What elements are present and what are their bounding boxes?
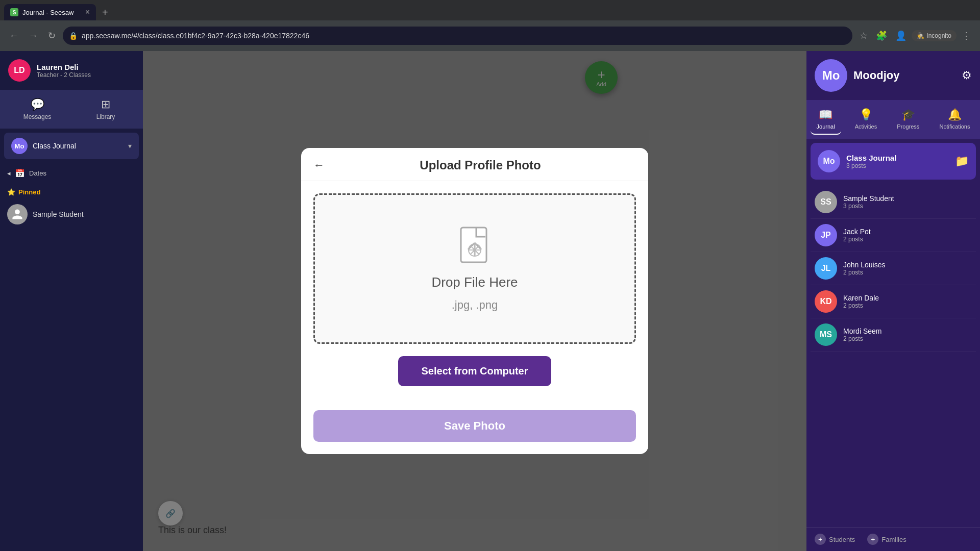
back-button[interactable]: ← bbox=[6, 28, 21, 44]
select-from-computer-button[interactable]: Select from Computer bbox=[398, 356, 551, 386]
tab-favicon: S bbox=[10, 8, 18, 16]
student-entry-posts: 2 posts bbox=[843, 335, 972, 342]
modal-header: ← Upload Profile Photo bbox=[301, 148, 648, 181]
journal-class-item[interactable]: Mo Class Journal 3 posts 📁 bbox=[811, 143, 976, 180]
forward-button[interactable]: → bbox=[26, 28, 41, 44]
close-tab-icon[interactable]: × bbox=[85, 8, 90, 17]
student-entry-name: Karen Dale bbox=[843, 294, 972, 302]
student-entry-avatar: MS bbox=[815, 323, 837, 346]
journal-class-title: Class Journal bbox=[846, 154, 949, 162]
list-item[interactable]: Sample Student bbox=[7, 201, 136, 228]
save-photo-button[interactable]: Save Photo bbox=[313, 410, 636, 442]
user-initial: Mo bbox=[822, 68, 840, 83]
user-avatar[interactable]: Mo bbox=[815, 59, 847, 92]
chevron-down-icon: ▾ bbox=[128, 142, 132, 150]
incognito-badge: 🕵 Incognito bbox=[912, 30, 957, 41]
drop-zone[interactable]: Drop File Here .jpg, .png bbox=[313, 193, 636, 344]
browser-tabs: S Journal - Seesaw × + bbox=[0, 0, 980, 20]
student-avatar-placeholder bbox=[7, 204, 28, 224]
student-entry-info: Sample Student 3 posts bbox=[843, 194, 972, 210]
families-button[interactable]: + Families bbox=[867, 534, 906, 545]
new-tab-button[interactable]: + bbox=[98, 5, 112, 20]
profile-icon[interactable]: 👤 bbox=[892, 27, 910, 44]
star-pinned-icon: ⭐ bbox=[7, 188, 15, 196]
student-entry-info: Karen Dale 2 posts bbox=[843, 294, 972, 309]
refresh-button[interactable]: ↻ bbox=[45, 27, 59, 44]
student-entry-avatar: JP bbox=[815, 224, 837, 246]
modal-title: Upload Profile Photo bbox=[325, 158, 636, 172]
library-icon: ⊞ bbox=[101, 98, 110, 111]
student-entry-name: John Louises bbox=[843, 261, 972, 269]
lock-icon: 🔒 bbox=[69, 32, 78, 40]
star-icon[interactable]: ☆ bbox=[856, 27, 871, 44]
student-entry-name: Jack Pot bbox=[843, 228, 972, 236]
progress-icon: 🎓 bbox=[901, 108, 915, 121]
families-label: Families bbox=[881, 536, 906, 543]
student-entry-name: Sample Student bbox=[843, 194, 972, 203]
student-entry-avatar: KD bbox=[815, 290, 837, 313]
nav-item-messages[interactable]: 💬 Messages bbox=[4, 94, 70, 124]
right-nav: 📖 Journal 💡 Activities 🎓 Progress 🔔 Noti… bbox=[806, 100, 980, 139]
progress-nav-label: Progress bbox=[897, 123, 919, 130]
drop-formats: .jpg, .png bbox=[452, 298, 498, 312]
student-entry-info: John Louises 2 posts bbox=[843, 261, 972, 276]
right-nav-journal[interactable]: 📖 Journal bbox=[811, 104, 841, 135]
add-students-icon: + bbox=[815, 534, 826, 545]
date-filter-label: Dates bbox=[29, 169, 46, 177]
class-avatar: Mo bbox=[11, 138, 28, 154]
bottom-bar: + Students + Families bbox=[806, 527, 980, 551]
pinned-section: ⭐ Pinned Sample Student bbox=[0, 183, 143, 233]
nav-item-library[interactable]: ⊞ Library bbox=[72, 94, 139, 124]
journal-class-initials: Mo bbox=[823, 157, 835, 166]
class-selector[interactable]: Mo Class Journal ▾ bbox=[4, 133, 139, 159]
teacher-initials: LD bbox=[14, 66, 24, 75]
extensions-icon[interactable]: 🧩 bbox=[873, 27, 890, 44]
main-content: This is our class! 🔗 + Add ← Upload Prof… bbox=[143, 51, 806, 551]
modal-body: Drop File Here .jpg, .png Select from Co… bbox=[301, 181, 648, 454]
journal-icon: 📖 bbox=[819, 108, 832, 121]
user-name: Moodjoy bbox=[853, 69, 899, 82]
tab-title: Journal - Seesaw bbox=[22, 9, 74, 16]
calendar-icon: 📅 bbox=[15, 168, 25, 178]
class-name: Class Journal bbox=[33, 142, 123, 150]
activities-icon: 💡 bbox=[859, 108, 873, 121]
library-label: Library bbox=[96, 113, 115, 120]
students-label: Students bbox=[829, 536, 855, 543]
list-item[interactable]: SS Sample Student 3 posts bbox=[811, 186, 976, 219]
right-nav-progress[interactable]: 🎓 Progress bbox=[891, 104, 925, 135]
top-nav: 💬 Messages ⊞ Library bbox=[0, 90, 143, 129]
class-initials: Mo bbox=[15, 142, 24, 150]
list-item[interactable]: JL John Louises 2 posts bbox=[811, 252, 976, 285]
right-panel-header: Mo Moodjoy ⚙ bbox=[806, 51, 980, 100]
student-list: SS Sample Student 3 posts JP Jack Pot 2 … bbox=[806, 184, 980, 527]
modal-overlay: ← Upload Profile Photo bbox=[143, 51, 806, 551]
students-button[interactable]: + Students bbox=[815, 534, 855, 545]
teacher-name: Lauren Deli bbox=[37, 63, 91, 71]
modal-back-button[interactable]: ← bbox=[313, 159, 325, 172]
sidebar: LD Lauren Deli Teacher - 2 Classes 💬 Mes… bbox=[0, 51, 143, 551]
gear-icon[interactable]: ⚙ bbox=[962, 69, 972, 82]
add-families-icon: + bbox=[867, 534, 878, 545]
address-bar[interactable]: 🔒 app.seesaw.me/#/class/class.e01bf4c2-9… bbox=[63, 27, 852, 45]
date-filter[interactable]: ◂ 📅 Dates bbox=[0, 163, 143, 183]
url-text: app.seesaw.me/#/class/class.e01bf4c2-9a2… bbox=[82, 32, 846, 40]
list-item[interactable]: JP Jack Pot 2 posts bbox=[811, 219, 976, 252]
student-entry-info: Jack Pot 2 posts bbox=[843, 228, 972, 243]
journal-class-info: Class Journal 3 posts bbox=[846, 154, 949, 169]
right-panel: Mo Moodjoy ⚙ 📖 Journal 💡 Activities 🎓 Pr… bbox=[806, 51, 980, 551]
list-item[interactable]: MS Mordi Seem 2 posts bbox=[811, 318, 976, 352]
browser-nav-bar: ← → ↻ 🔒 app.seesaw.me/#/class/class.e01b… bbox=[0, 20, 980, 51]
student-entry-info: Mordi Seem 2 posts bbox=[843, 327, 972, 342]
list-item[interactable]: KD Karen Dale 2 posts bbox=[811, 285, 976, 318]
menu-icon[interactable]: ⋮ bbox=[959, 27, 974, 44]
right-nav-activities[interactable]: 💡 Activities bbox=[849, 104, 883, 135]
pinned-label: ⭐ Pinned bbox=[7, 188, 136, 196]
student-entry-avatar: JL bbox=[815, 257, 837, 280]
active-tab[interactable]: S Journal - Seesaw × bbox=[4, 4, 96, 20]
notifications-icon: 🔔 bbox=[948, 108, 962, 121]
right-nav-notifications[interactable]: 🔔 Notifications bbox=[934, 104, 976, 135]
nav-icons: ☆ 🧩 👤 🕵 Incognito ⋮ bbox=[856, 27, 974, 44]
student-entry-avatar: SS bbox=[815, 191, 837, 213]
student-entry-posts: 2 posts bbox=[843, 236, 972, 243]
incognito-label: Incognito bbox=[926, 32, 951, 39]
